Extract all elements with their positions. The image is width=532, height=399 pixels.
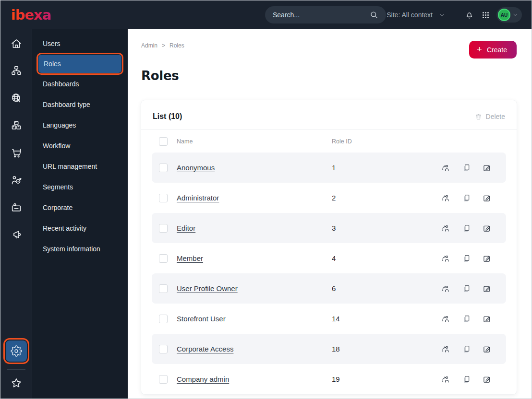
sidebar-item-label: Dashboard type <box>43 101 90 108</box>
row-checkbox[interactable] <box>159 345 168 353</box>
assign-users-icon[interactable] <box>441 375 450 384</box>
notifications-bell-icon[interactable] <box>462 8 476 22</box>
table-row: Storefront User 14 <box>152 304 506 334</box>
assign-users-icon[interactable] <box>441 254 450 263</box>
delete-button-label: Delete <box>486 113 505 120</box>
row-checkbox[interactable] <box>159 194 168 202</box>
sidebar-item-label: System information <box>43 245 100 253</box>
role-name-link[interactable]: Administrator <box>177 194 219 202</box>
sidebar-item-url-management[interactable]: URL management <box>32 156 128 176</box>
sidebar-item-label: Segments <box>43 183 73 191</box>
sidebar-item-roles[interactable]: Roles <box>38 55 121 73</box>
row-checkbox[interactable] <box>159 375 168 384</box>
role-id-value: 19 <box>332 375 432 383</box>
roles-table-body: Anonymous 1 Administrator 2 <box>141 153 517 394</box>
edit-icon[interactable] <box>482 344 492 354</box>
icon-rail <box>0 29 32 399</box>
sidebar-item-workflow[interactable]: Workflow <box>32 135 128 156</box>
sidebar-item-label: Languages <box>43 121 76 129</box>
role-id-value: 4 <box>332 254 432 262</box>
breadcrumb-admin[interactable]: Admin <box>141 42 157 49</box>
table-header-row: Name Role ID <box>152 129 506 153</box>
row-checkbox[interactable] <box>159 224 168 233</box>
role-name-link[interactable]: Company admin <box>177 375 229 383</box>
sidebar-item-corporate[interactable]: Corporate <box>32 197 128 218</box>
table-row: Administrator 2 <box>152 183 506 213</box>
site-context-label: Site: All context <box>387 11 433 19</box>
column-header-role-id: Role ID <box>332 138 483 145</box>
ibexa-logo[interactable]: ibexa <box>11 8 51 22</box>
assign-users-icon[interactable] <box>441 344 450 354</box>
topbar: ibexa Site: All context AU <box>0 0 532 29</box>
copy-icon[interactable] <box>461 344 471 354</box>
site-icon[interactable] <box>2 84 30 112</box>
copy-icon[interactable] <box>461 314 471 324</box>
sidebar-item-dashboard-type[interactable]: Dashboard type <box>32 94 128 115</box>
row-checkbox[interactable] <box>159 315 168 323</box>
role-id-value: 18 <box>332 345 432 353</box>
user-avatar[interactable]: AU <box>498 9 510 21</box>
copy-icon[interactable] <box>461 163 471 173</box>
announcements-megaphone-icon[interactable] <box>2 221 30 248</box>
table-row: Member 4 <box>152 243 506 273</box>
role-name-link[interactable]: Member <box>177 254 203 262</box>
sidebar-item-system-information[interactable]: System information <box>32 238 128 259</box>
sidebar-item-dashboards[interactable]: Dashboards <box>32 73 128 94</box>
home-icon[interactable] <box>2 30 30 57</box>
sidebar-item-label: URL management <box>43 163 97 170</box>
delete-button[interactable]: Delete <box>474 113 505 121</box>
user-menu[interactable]: AU <box>496 7 522 23</box>
content-tree-icon[interactable] <box>2 57 30 84</box>
table-row: Corporate Access 18 <box>152 334 506 364</box>
sidebar-item-languages[interactable]: Languages <box>32 115 128 135</box>
select-all-checkbox[interactable] <box>159 137 168 146</box>
copy-icon[interactable] <box>461 254 471 263</box>
role-name-link[interactable]: Corporate Access <box>177 345 233 353</box>
edit-icon[interactable] <box>482 314 492 324</box>
search-input[interactable] <box>273 11 369 19</box>
copy-icon[interactable] <box>461 193 471 203</box>
sidebar-item-users[interactable]: Users <box>32 33 128 54</box>
edit-icon[interactable] <box>482 223 492 233</box>
edit-icon[interactable] <box>482 163 492 173</box>
corporate-badge-icon[interactable] <box>2 194 30 221</box>
admin-settings-gear-icon[interactable] <box>6 340 27 362</box>
assign-users-icon[interactable] <box>441 163 450 173</box>
chevron-down-icon <box>439 12 445 18</box>
edit-icon[interactable] <box>482 193 492 203</box>
search-icon[interactable] <box>369 10 379 20</box>
sidebar-item-label: Roles <box>44 60 61 68</box>
role-name-link[interactable]: Editor <box>177 224 195 232</box>
role-id-value: 3 <box>332 224 432 232</box>
personalization-target-icon[interactable] <box>2 166 30 194</box>
main-content: Admin > Roles + Create Roles List (10) D… <box>128 29 532 399</box>
sidebar-item-label: Users <box>43 40 60 47</box>
topbar-right-cluster: Site: All context AU <box>373 7 522 23</box>
copy-icon[interactable] <box>461 223 471 233</box>
copy-icon[interactable] <box>461 284 471 293</box>
edit-icon[interactable] <box>482 254 492 263</box>
assign-users-icon[interactable] <box>441 193 450 203</box>
create-button[interactable]: + Create <box>469 41 517 59</box>
role-name-link[interactable]: Storefront User <box>177 315 226 323</box>
sidebar-item-segments[interactable]: Segments <box>32 176 128 197</box>
assign-users-icon[interactable] <box>441 223 450 233</box>
assign-users-icon[interactable] <box>441 284 450 293</box>
favorites-star-icon[interactable] <box>6 374 27 393</box>
product-catalog-icon[interactable] <box>2 112 30 139</box>
row-checkbox[interactable] <box>159 254 168 263</box>
role-name-link[interactable]: User Profile Owner <box>177 284 238 293</box>
edit-icon[interactable] <box>482 375 492 384</box>
row-checkbox[interactable] <box>159 164 168 172</box>
app-grid-icon[interactable] <box>478 8 493 22</box>
role-id-value: 14 <box>332 315 432 323</box>
role-name-link[interactable]: Anonymous <box>177 164 215 172</box>
user-chevron-down-icon <box>512 12 518 18</box>
copy-icon[interactable] <box>461 375 471 384</box>
global-search[interactable] <box>265 6 386 23</box>
commerce-cart-icon[interactable] <box>2 139 30 166</box>
assign-users-icon[interactable] <box>441 314 450 324</box>
row-checkbox[interactable] <box>159 284 168 293</box>
edit-icon[interactable] <box>482 284 492 293</box>
sidebar-item-recent-activity[interactable]: Recent activity <box>32 218 128 238</box>
